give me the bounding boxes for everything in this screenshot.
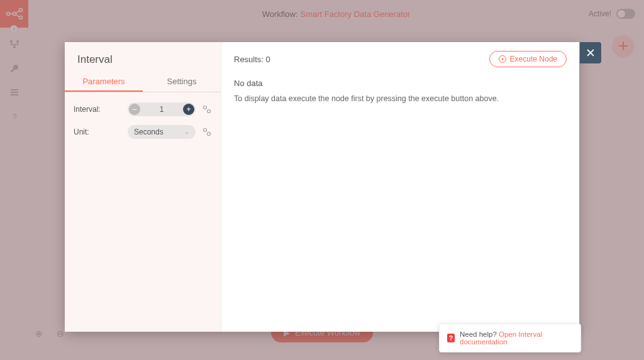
unit-options-icon[interactable]: [202, 127, 212, 137]
tab-settings[interactable]: Settings: [143, 72, 221, 92]
help-badge-icon: ?: [447, 334, 455, 342]
nodata-description: To display data execute the node first b…: [234, 94, 567, 103]
interval-label: Interval:: [74, 105, 124, 114]
svg-point-14: [204, 106, 207, 109]
modal-sidebar: Interval Parameters Settings Interval: –…: [65, 42, 221, 332]
nodata-title: No data: [234, 79, 567, 88]
interval-stepper[interactable]: – 1 +: [128, 102, 196, 116]
chevron-down-icon: ⌄: [184, 129, 189, 135]
close-icon: [586, 48, 595, 57]
node-editor-modal: Interval Parameters Settings Interval: –…: [65, 42, 579, 332]
interval-row: Interval: – 1 +: [74, 102, 212, 116]
unit-select[interactable]: Seconds ⌄: [128, 125, 196, 139]
execute-node-label: Execute Node: [510, 55, 557, 63]
parameters-form: Interval: – 1 + Unit: Seconds ⌄: [65, 92, 221, 149]
close-modal-button[interactable]: [580, 42, 601, 63]
unit-label: Unit:: [74, 128, 124, 136]
results-count: Results: 0: [234, 55, 270, 64]
decrement-button[interactable]: –: [129, 104, 140, 115]
increment-button[interactable]: +: [183, 104, 194, 115]
modal-results-panel: Results: 0 Execute Node No data To displ…: [221, 42, 579, 332]
interval-options-icon[interactable]: [202, 104, 212, 114]
svg-point-15: [208, 110, 211, 113]
help-text: Need help?: [460, 330, 497, 338]
node-title: Interval: [65, 42, 221, 72]
gear-icon: [203, 128, 211, 136]
svg-point-17: [208, 133, 211, 136]
execute-node-button[interactable]: Execute Node: [489, 51, 567, 67]
gear-icon: [203, 105, 211, 114]
help-toast: ? Need help? Open Interval documentation: [439, 324, 581, 352]
interval-value[interactable]: 1: [142, 105, 182, 114]
play-circle-icon: [499, 55, 506, 63]
svg-point-16: [204, 129, 207, 132]
tab-parameters[interactable]: Parameters: [65, 72, 143, 92]
modal-tabs: Parameters Settings: [65, 72, 221, 92]
unit-row: Unit: Seconds ⌄: [74, 125, 212, 139]
unit-selected: Seconds: [134, 128, 164, 136]
